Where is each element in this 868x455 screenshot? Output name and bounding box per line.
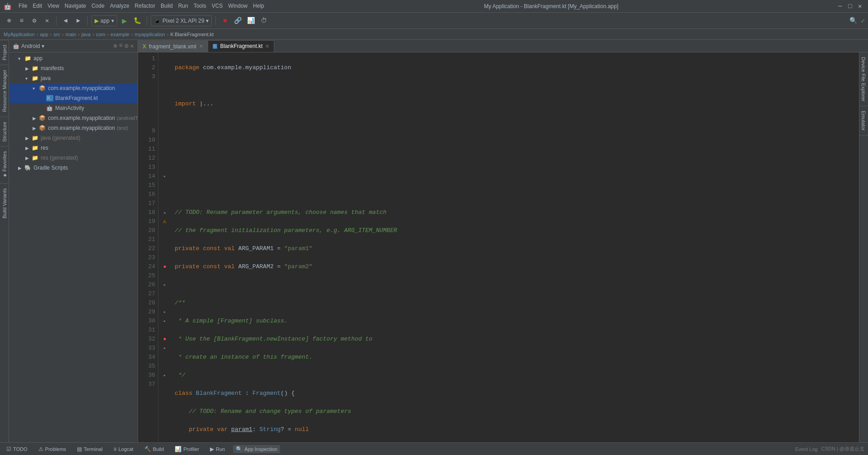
profile-button[interactable]: ⏱ bbox=[258, 15, 269, 26]
problems-icon: ⚠ bbox=[38, 446, 43, 452]
tree-item-blank-fragment[interactable]: K BlankFragment.kt bbox=[9, 93, 138, 103]
hide-icon[interactable]: ✕ bbox=[130, 42, 134, 50]
profiler-button[interactable]: 📊 Profiler bbox=[172, 445, 202, 453]
app-inspection-button[interactable]: 🔍 App Inspection bbox=[233, 445, 280, 453]
breadcrumb-example[interactable]: example bbox=[110, 32, 129, 37]
device-dropdown[interactable]: 📱 Pixel 2 XL API 29 ▾ bbox=[151, 15, 212, 26]
line-12: private const val ARG_PARAM2 = "param2" bbox=[175, 262, 855, 271]
stop-button[interactable]: ■ bbox=[219, 15, 230, 26]
tree-item-res[interactable]: ▶ 📁 res bbox=[9, 143, 138, 153]
tree-item-java-generated[interactable]: ▶ 📁 java (generated) bbox=[9, 133, 138, 143]
editor-area[interactable]: 1 2 3 9 10 11 12 13 14 15 16 17 18 19 20 bbox=[138, 52, 868, 442]
back-button[interactable]: ◄ bbox=[60, 15, 71, 26]
tree-item-manifests[interactable]: ▶ 📁 manifests bbox=[9, 63, 138, 73]
menu-help[interactable]: Help bbox=[253, 3, 264, 10]
tab-emulator[interactable]: Emulator bbox=[859, 106, 868, 136]
window-controls[interactable]: ─ □ ✕ bbox=[838, 3, 864, 9]
tree-item-res-generated[interactable]: ▶ 📁 res (generated) bbox=[9, 153, 138, 163]
settings-icon[interactable]: ⚙ bbox=[124, 42, 128, 50]
sidebar: 🤖 Android ▾ ⊕ ≡ ⚙ ✕ ▾ 📁 app bbox=[9, 40, 138, 442]
tree-item-app[interactable]: ▾ 📁 app bbox=[9, 53, 138, 63]
attach-debug-button[interactable]: 🔗 bbox=[232, 15, 243, 26]
dropdown-icon[interactable]: ▾ bbox=[42, 43, 44, 49]
title-bar: 🤖 File Edit View Navigate Code Analyze R… bbox=[0, 0, 868, 13]
menu-window[interactable]: Window bbox=[228, 3, 248, 10]
run-config-dropdown[interactable]: ▶ app ▾ bbox=[91, 15, 117, 26]
editor-container: X fragment_blank.xml ✕ K BlankFragment.k… bbox=[138, 40, 868, 442]
minimize-button[interactable]: ─ bbox=[838, 3, 844, 9]
tree-item-main-activity[interactable]: 🤖 MainActivity bbox=[9, 103, 138, 113]
sync-project-icon[interactable]: ⊕ bbox=[113, 42, 117, 50]
menu-code[interactable]: Code bbox=[91, 3, 105, 10]
settings-button[interactable]: ⚙ bbox=[29, 15, 40, 26]
tab-favorites[interactable]: ★Favorites bbox=[0, 146, 9, 183]
logcat-icon: ≡ bbox=[114, 446, 117, 452]
coverage-button[interactable]: 📊 bbox=[245, 15, 257, 26]
menu-tools[interactable]: Tools bbox=[194, 3, 206, 10]
logcat-label: Logcat bbox=[119, 446, 134, 452]
menu-file[interactable]: File bbox=[19, 3, 27, 10]
forward-button[interactable]: ► bbox=[73, 15, 84, 26]
kotlin-file-icon: K bbox=[46, 95, 53, 101]
menu-analyze[interactable]: Analyze bbox=[110, 3, 129, 10]
tree-item-java[interactable]: ▾ 📁 java bbox=[9, 73, 138, 83]
device-label: Pixel 2 XL API 29 bbox=[162, 18, 204, 24]
collapse-all-icon[interactable]: ≡ bbox=[119, 42, 123, 50]
breadcrumb-src[interactable]: src bbox=[53, 32, 60, 37]
search-everywhere-button[interactable]: 🔍 bbox=[848, 15, 859, 26]
tab-device-file-explorer[interactable]: Device File Explorer bbox=[859, 52, 868, 106]
breadcrumb-com[interactable]: com bbox=[96, 32, 105, 37]
app-inspection-icon: 🔍 bbox=[236, 446, 243, 452]
todo-button[interactable]: ☑ TODO bbox=[4, 445, 30, 453]
tree-item-package-test[interactable]: ▶ 📦 com.example.myapplication (test) bbox=[9, 123, 138, 133]
line-15: * A simple [Fragment] subclass. bbox=[175, 317, 855, 326]
breadcrumb-myapplication2[interactable]: myapplication bbox=[135, 32, 165, 37]
breadcrumb-app[interactable]: app bbox=[40, 32, 48, 37]
toolbar-sep-2 bbox=[87, 16, 88, 25]
run-config-icon: ▶ bbox=[95, 18, 99, 24]
menu-navigate[interactable]: Navigate bbox=[65, 3, 86, 10]
tree-item-gradle[interactable]: ▶ 🐘 Gradle Scripts bbox=[9, 163, 138, 173]
menu-view[interactable]: View bbox=[48, 3, 59, 10]
build-button[interactable]: 🔨 Build bbox=[142, 445, 167, 453]
format-button[interactable]: ≡ bbox=[16, 15, 27, 26]
logcat-button[interactable]: ≡ Logcat bbox=[111, 445, 136, 453]
menu-build[interactable]: Build bbox=[161, 3, 173, 10]
sync-button[interactable]: ⊕ bbox=[4, 15, 14, 26]
close-kt-tab-button[interactable]: ✕ bbox=[265, 43, 269, 49]
window-title: My Application - BlankFragment.kt [My_Ap… bbox=[264, 3, 838, 9]
problems-button[interactable]: ⚠ Problems bbox=[36, 445, 69, 453]
app-label: app bbox=[33, 55, 43, 62]
tree-item-package-android-test[interactable]: ▶ 📦 com.example.myapplication (androidTe… bbox=[9, 113, 138, 123]
tree-item-package-main[interactable]: ▾ 📦 com.example.myapplication bbox=[9, 83, 138, 93]
breadcrumb-myapplication[interactable]: MyApplication bbox=[4, 32, 34, 37]
menu-run[interactable]: Run bbox=[178, 3, 188, 10]
code-editor[interactable]: package com.example.myapplication import… bbox=[171, 52, 859, 442]
sep-4: › bbox=[78, 32, 80, 37]
breadcrumb-main[interactable]: main bbox=[66, 32, 76, 37]
terminal-button[interactable]: ▤ Terminal bbox=[74, 445, 105, 453]
package-icon: 📦 bbox=[39, 85, 46, 91]
run-config-label: app bbox=[100, 18, 110, 24]
maximize-button[interactable]: □ bbox=[848, 3, 854, 9]
event-log-button[interactable]: Event Log bbox=[795, 446, 818, 452]
run-bottom-button[interactable]: ▶ Run bbox=[207, 445, 228, 453]
tab-build-variants[interactable]: Build Variants bbox=[0, 183, 9, 223]
tab-structure[interactable]: Structure bbox=[0, 117, 9, 147]
tab-project[interactable]: Project bbox=[0, 40, 9, 65]
close-xml-tab-button[interactable]: ✕ bbox=[199, 43, 203, 49]
menu-edit[interactable]: Edit bbox=[33, 3, 42, 10]
tab-fragment-blank-xml[interactable]: X fragment_blank.xml ✕ bbox=[138, 40, 208, 52]
menu-refactor[interactable]: Refactor bbox=[135, 3, 155, 10]
close-panel-button[interactable]: ✕ bbox=[42, 15, 52, 26]
toolbar-sep-4 bbox=[215, 16, 216, 25]
breadcrumb-java[interactable]: java bbox=[81, 32, 91, 37]
tab-blank-fragment-kt[interactable]: K BlankFragment.kt ✕ bbox=[208, 40, 275, 52]
res-gen-label: res (generated) bbox=[41, 155, 78, 161]
close-button[interactable]: ✕ bbox=[858, 3, 864, 9]
run-button[interactable]: ▶ bbox=[119, 15, 130, 26]
package-test-icon: 📦 bbox=[39, 125, 46, 131]
menu-vcs[interactable]: VCS bbox=[212, 3, 223, 10]
debug-button[interactable]: 🐛 bbox=[132, 15, 143, 26]
tab-resource-manager[interactable]: Resource Manager bbox=[0, 65, 9, 117]
